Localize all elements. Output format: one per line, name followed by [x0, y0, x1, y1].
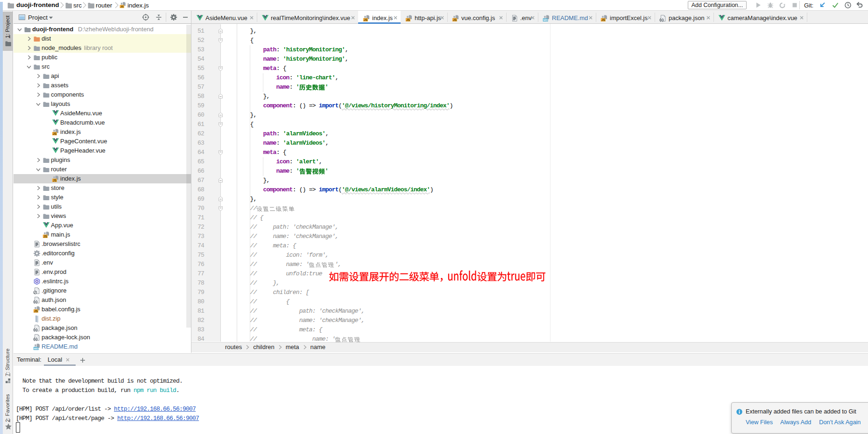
svg-text:MD: MD — [543, 19, 548, 21]
svg-text:JS: JS — [53, 179, 57, 182]
svg-text:JS: JS — [120, 5, 124, 8]
svg-text:JS: JS — [406, 18, 410, 21]
svg-text:JS: JS — [453, 18, 457, 21]
svg-text:JS: JS — [43, 235, 48, 238]
svg-text:MD: MD — [34, 347, 39, 350]
svg-text:JS: JS — [34, 309, 38, 313]
svg-text:JS: JS — [364, 18, 368, 21]
svg-text:JS: JS — [53, 132, 57, 135]
svg-text:JS: JS — [601, 18, 606, 21]
